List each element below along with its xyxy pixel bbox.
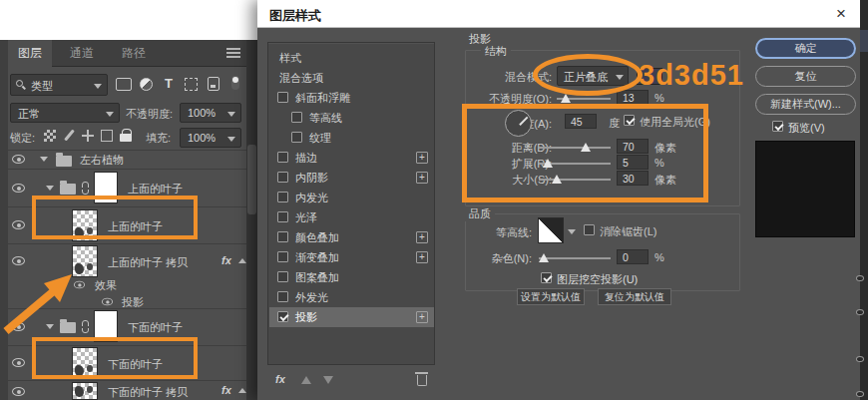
layer-row-group-root[interactable]: 左右植物 [8, 151, 246, 169]
add-effect-icon[interactable] [416, 172, 428, 184]
visibility-eye-icon[interactable] [12, 220, 25, 229]
layer-row-top-leaf-copy[interactable]: 上面的叶子 拷贝 fx [8, 244, 246, 277]
style-item-contour[interactable]: 等高线 [269, 108, 434, 128]
angle-value[interactable]: 45 [565, 114, 597, 129]
slider-thumb[interactable] [543, 159, 553, 168]
shadow-opacity-slider[interactable] [557, 98, 611, 100]
add-effect-icon[interactable] [416, 231, 428, 243]
close-icon[interactable]: × [836, 4, 846, 24]
shadow-opacity-value[interactable]: 13 [617, 90, 649, 105]
blend-mode-dropdown[interactable]: 正常 [10, 103, 120, 123]
checkbox[interactable] [277, 92, 288, 103]
style-item-color-overlay[interactable]: 颜色叠加 [269, 227, 434, 247]
layer-thumbnail[interactable] [72, 347, 98, 379]
antialias-checkbox[interactable] [584, 224, 595, 235]
tab-paths[interactable]: 路径 [112, 40, 156, 67]
visibility-eye-icon[interactable] [12, 358, 25, 367]
tab-layers[interactable]: 图层 [8, 40, 52, 67]
checkbox[interactable] [277, 291, 288, 302]
shadow-blend-mode-dropdown[interactable]: 正片叠底 [557, 66, 629, 86]
noise-slider[interactable] [539, 257, 611, 259]
style-item-inner-shadow[interactable]: 内阴影 [269, 168, 434, 188]
checkbox[interactable] [277, 251, 288, 262]
visibility-eye-icon[interactable] [12, 184, 25, 193]
style-item-texture[interactable]: 纹理 [269, 128, 434, 148]
layer-mask-thumbnail[interactable] [94, 310, 118, 342]
layer-row-top-leaf[interactable]: 上面的叶子 [8, 207, 246, 243]
checkbox[interactable] [277, 152, 288, 163]
layer-thumbnail[interactable] [72, 382, 98, 400]
distance-slider[interactable] [539, 147, 611, 149]
layer-row-group-bottom[interactable]: 下面的叶子 [8, 309, 246, 345]
lock-transparency-icon[interactable] [44, 130, 56, 142]
use-global-light-checkbox[interactable] [624, 115, 635, 126]
visibility-eye-icon[interactable] [12, 155, 25, 164]
style-item-gradient-overlay[interactable]: 渐变叠加 [269, 247, 434, 267]
reset-default-button[interactable]: 复位为默认值 [598, 288, 671, 305]
angle-dial[interactable] [505, 110, 532, 137]
opacity-dropdown[interactable]: 100% [180, 103, 241, 123]
move-effect-down-icon[interactable] [323, 376, 333, 384]
layer-knockout-checkbox[interactable] [541, 272, 552, 283]
panel-menu-icon[interactable] [226, 48, 240, 58]
move-effect-up-icon[interactable] [301, 376, 311, 384]
panel-scrollbar[interactable] [246, 40, 257, 400]
ok-button[interactable]: 确定 [755, 38, 856, 59]
checkbox[interactable] [277, 311, 288, 322]
checkbox[interactable] [277, 192, 288, 202]
filter-pixel-layers-icon[interactable] [116, 78, 132, 91]
new-style-button[interactable]: 新建样式(W)... [755, 94, 856, 115]
layer-row-effects[interactable]: 效果 [8, 277, 246, 293]
distance-value[interactable]: 70 [617, 139, 649, 154]
style-item-drop-shadow[interactable]: 投影 [269, 307, 434, 327]
spread-value[interactable]: 5 [617, 155, 649, 170]
checkbox[interactable] [291, 132, 302, 143]
layer-thumbnail[interactable] [72, 245, 98, 277]
chevron-down-icon[interactable] [568, 229, 576, 234]
style-item-outer-glow[interactable]: 外发光 [269, 287, 434, 307]
layer-row-bottom-leaf[interactable]: 下面的叶子 [8, 346, 246, 380]
filter-type-layers-icon[interactable]: T [165, 76, 173, 91]
checkbox[interactable] [277, 271, 288, 282]
make-default-button[interactable]: 设置为默认值 [517, 288, 585, 305]
checkbox[interactable] [277, 231, 288, 242]
preview-checkbox[interactable] [772, 121, 783, 132]
checkbox[interactable] [291, 112, 302, 123]
size-slider[interactable] [539, 179, 611, 181]
visibility-eye-icon[interactable] [12, 322, 25, 331]
lock-pixels-icon[interactable] [64, 130, 76, 142]
contour-thumbnail[interactable] [538, 217, 564, 243]
style-item-stroke[interactable]: 描边 [269, 148, 434, 168]
style-item-pattern-overlay[interactable]: 图案叠加 [269, 267, 434, 287]
fx-menu-button[interactable]: fx [275, 373, 285, 385]
filter-smart-objects-icon[interactable] [208, 77, 219, 91]
visibility-eye-icon[interactable] [102, 298, 113, 306]
layer-row-group-top[interactable]: 上面的叶子 [8, 170, 246, 206]
delete-effect-icon[interactable] [417, 375, 427, 386]
chevron-up-icon[interactable] [238, 388, 246, 393]
chevron-down-icon[interactable] [40, 157, 48, 162]
layer-filter-type-dropdown[interactable]: 类型 [10, 74, 108, 96]
filter-shape-layers-icon[interactable] [185, 78, 198, 91]
lock-position-icon[interactable] [82, 130, 94, 142]
layer-mask-thumbnail[interactable] [94, 172, 118, 203]
size-value[interactable]: 30 [617, 171, 649, 186]
tab-channels[interactable]: 通道 [60, 40, 104, 67]
style-item-blending-options[interactable]: 混合选项 [269, 68, 434, 88]
style-item-styles[interactable]: 样式 [269, 48, 434, 68]
slider-thumb[interactable] [561, 94, 571, 103]
filter-adjustment-layers-icon[interactable] [140, 78, 153, 91]
style-item-satin[interactable]: 光泽 [269, 207, 434, 227]
lock-all-icon[interactable] [120, 129, 132, 141]
checkbox[interactable] [277, 211, 288, 222]
checkbox[interactable] [277, 172, 288, 183]
slider-thumb[interactable] [552, 175, 562, 184]
chevron-down-icon[interactable] [46, 186, 54, 191]
layer-thumbnail[interactable] [72, 209, 98, 241]
noise-value[interactable]: 0 [617, 249, 649, 264]
layer-row-bottom-leaf-copy[interactable]: 下面的叶子 拷贝 fx [8, 381, 246, 400]
scrollbar-thumb[interactable] [247, 145, 256, 214]
fill-dropdown[interactable]: 100% [180, 128, 241, 148]
style-item-inner-glow[interactable]: 内发光 [269, 188, 434, 207]
visibility-eye-icon[interactable] [12, 256, 25, 265]
